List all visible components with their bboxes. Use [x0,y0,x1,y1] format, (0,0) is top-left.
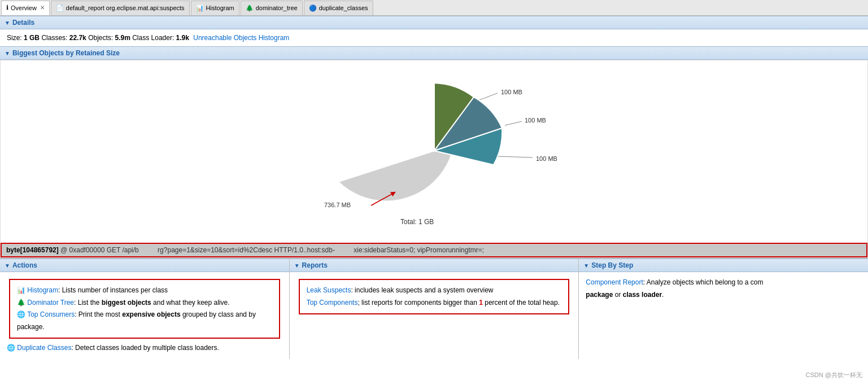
chart-total: Total: 1 GB [400,218,434,226]
reports-content: Leak Suspects: includes leak suspects an… [290,272,579,321]
dominator-tab-icon: 🌲 [246,5,254,12]
tab-default-report-label: default_report org.eclipse.mat.api:suspe… [66,5,185,11]
chart-label-1: 100 MB [501,89,522,95]
histogram-icon: 📊 [17,286,25,294]
action-duplicate: 🌐 Duplicate Classes: Detect classes load… [7,342,282,355]
action-top-consumers: 🌐 Top Consumers: Print the most expensiv… [17,309,272,333]
duplicate-tab-icon: 🔵 [309,5,317,12]
leak-suspects-desc: : includes leak suspects and a system ov… [351,286,493,294]
selected-item-desc: @ 0xadf00000 GET /api/b rg?page=1&size=1… [59,246,484,254]
reports-header: ▼ Reports [290,259,579,272]
biggest-objects-header-label: Biggest Objects by Retained Size [12,49,120,57]
reports-header-label: Reports [302,261,328,269]
details-arrow: ▼ [5,20,10,26]
svg-line-2 [498,156,533,158]
actions-arrow: ▼ [5,262,10,269]
unreachable-objects-link[interactable]: Unreachable Objects Histogram [193,34,289,42]
chart-label-2: 100 MB [525,117,546,124]
top-components-link[interactable]: Top Components [307,299,358,307]
report-leak-suspects: Leak Suspects: includes leak suspects an… [307,285,562,297]
report-top-components: Top Components; list reports for compone… [307,297,562,309]
bottom-sections: ▼ Actions 📊 Histogram: Lists number of i… [0,258,868,359]
details-content: Size: 1 GB Classes: 22.7k Objects: 5.9m … [0,29,868,46]
pie-chart-svg: 100 MB 100 MB 100 MB 736.7 MB [237,72,632,230]
biggest-objects-header: ▼ Biggest Objects by Retained Size [0,46,868,60]
selected-item-bar[interactable]: byte[104865792] @ 0xadf00000 GET /api/b … [1,243,867,257]
details-header-label: Details [12,19,34,27]
chart-label-3: 100 MB [536,155,557,162]
tab-duplicate-classes[interactable]: 🔵 duplicate_classes [304,1,373,15]
histogram-link[interactable]: Histogram [27,286,58,294]
duplicate-icon: 🌐 [7,344,15,352]
tab-default-report[interactable]: 📄 default_report org.eclipse.mat.api:sus… [51,1,190,15]
classes-label: Classes: [41,34,67,42]
biggest-objects-arrow: ▼ [5,50,10,56]
overview-icon: ℹ [6,4,8,11]
reports-arrow: ▼ [294,262,300,269]
step-by-step-arrow: ▼ [583,262,589,269]
dominator-link[interactable]: Dominator Tree [27,299,74,307]
step-by-step-header: ▼ Step By Step [579,259,868,272]
step-component-report: Component Report: Analyze objects which … [586,277,861,301]
tab-dominator-tree[interactable]: 🌲 dominator_tree [241,1,303,15]
leak-suspects-link[interactable]: Leak Suspects [307,286,351,294]
histogram-tab-icon: 📊 [196,5,204,12]
dominator-icon: 🌲 [17,299,25,307]
tab-bar: ℹ Overview ✕ 📄 default_report org.eclips… [0,0,868,16]
objects-value: 5.9m [115,34,130,42]
action-dominator: 🌲 Dominator Tree: List the biggest objec… [17,297,272,309]
step-by-step-section: ▼ Step By Step Component Report: Analyze… [579,259,868,359]
details-header: ▼ Details [0,16,868,29]
tab-overview-close[interactable]: ✕ [40,5,45,11]
top-components-desc: ; list reports for components bigger tha… [357,299,560,307]
chart-label-main: 736.7 MB [324,202,351,208]
step-by-step-content: Component Report: Analyze objects which … [579,272,868,305]
main-content: ▼ Details Size: 1 GB Classes: 22.7k Obje… [0,16,868,385]
component-report-link[interactable]: Component Report [586,278,643,286]
class-loader-value: 1.9k [176,34,189,42]
tab-dominator-tree-label: dominator_tree [256,5,298,11]
watermark: CSDN @共饮一杯无 [806,371,862,379]
tab-histogram-label: Histogram [206,5,234,11]
action-histogram: 📊 Histogram: Lists number of instances p… [17,285,272,297]
top-consumers-icon: 🌐 [17,310,25,318]
reports-section: ▼ Reports Leak Suspects: includes leak s… [290,259,579,359]
actions-section: ▼ Actions 📊 Histogram: Lists number of i… [0,259,290,359]
size-label: Size: [7,34,22,42]
histogram-desc: : Lists number of instances per class [58,286,168,294]
duplicate-classes-link[interactable]: Duplicate Classes [17,344,71,352]
top-consumers-link[interactable]: Top Consumers [27,310,75,318]
actions-header-label: Actions [12,261,37,269]
svg-line-0 [479,93,498,100]
objects-label: Objects: [88,34,113,42]
tab-overview-label: Overview [11,5,37,11]
step-by-step-header-label: Step By Step [591,261,633,269]
actions-box: 📊 Histogram: Lists number of instances p… [9,279,280,339]
tab-duplicate-classes-label: duplicate_classes [319,5,368,11]
dominator-desc: : List the biggest objects and what they… [74,299,229,307]
report-icon: 📄 [56,5,64,12]
tab-overview[interactable]: ℹ Overview ✕ [1,1,50,15]
reports-box: Leak Suspects: includes leak suspects an… [299,279,570,314]
biggest-objects-content: 100 MB 100 MB 100 MB 736.7 MB [0,60,868,258]
size-value: 1 GB [24,34,40,42]
classes-value: 22.7k [69,34,86,42]
chart-area: 100 MB 100 MB 100 MB 736.7 MB [1,60,867,243]
actions-content: 📊 Histogram: Lists number of instances p… [0,272,289,359]
selected-item-name: byte[104865792] [6,246,59,254]
actions-header: ▼ Actions [0,259,289,272]
class-loader-label: Class Loader: [132,34,174,42]
duplicate-desc: : Detect classes loaded by multiple clas… [71,344,219,352]
svg-line-1 [505,121,522,125]
tab-histogram[interactable]: 📊 Histogram [191,1,239,15]
